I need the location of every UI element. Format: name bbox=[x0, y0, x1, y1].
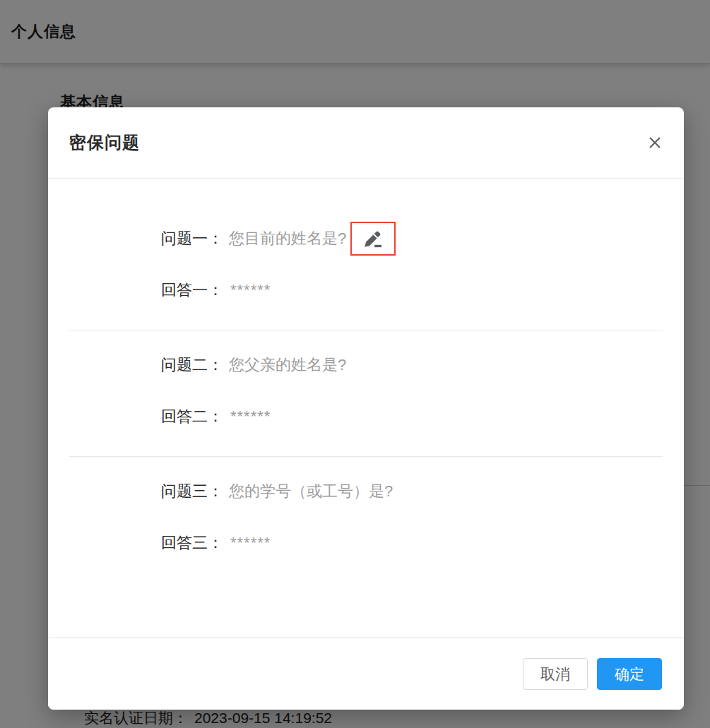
close-icon bbox=[646, 134, 663, 151]
edit-question-button[interactable] bbox=[350, 222, 396, 256]
answer-row: 回答一： ****** bbox=[161, 276, 663, 304]
question-row: 问题一： 您目前的姓名是? bbox=[161, 225, 663, 253]
answer-value: ****** bbox=[230, 407, 271, 426]
answer-label: 回答二： bbox=[161, 406, 223, 427]
answer-value: ****** bbox=[230, 281, 271, 299]
dialog-title: 密保问题 bbox=[69, 131, 140, 154]
answer-label: 回答三： bbox=[161, 532, 223, 554]
close-button[interactable] bbox=[641, 129, 669, 157]
pencil-edit-icon bbox=[362, 227, 384, 250]
question-text: 您目前的姓名是? bbox=[229, 228, 346, 249]
question-row: 问题三： 您的学号（或工号）是? bbox=[161, 477, 663, 506]
cancel-button[interactable]: 取消 bbox=[523, 658, 588, 690]
question-row: 问题二： 您父亲的姓名是? bbox=[161, 351, 663, 379]
question-label: 问题三： bbox=[161, 481, 223, 502]
security-question-section-2: 问题二： 您父亲的姓名是? 回答二： ****** bbox=[69, 330, 663, 457]
answer-label: 回答一： bbox=[161, 280, 223, 301]
dialog-footer: 取消 确定 bbox=[48, 637, 684, 710]
security-question-section-1: 问题一： 您目前的姓名是? 回答一： ****** bbox=[69, 204, 663, 330]
confirm-button[interactable]: 确定 bbox=[597, 658, 662, 690]
question-label: 问题二： bbox=[161, 354, 223, 376]
question-text: 您父亲的姓名是? bbox=[229, 354, 346, 376]
question-text: 您的学号（或工号）是? bbox=[229, 481, 393, 502]
security-question-section-3: 问题三： 您的学号（或工号）是? 回答三： ****** bbox=[69, 457, 663, 583]
answer-value: ****** bbox=[230, 534, 271, 552]
security-questions-dialog: 密保问题 问题一： 您目前的姓名是? bbox=[48, 107, 684, 710]
dialog-header: 密保问题 bbox=[48, 107, 684, 179]
question-label: 问题一： bbox=[161, 228, 223, 249]
answer-row: 回答三： ****** bbox=[161, 529, 663, 557]
dialog-body: 问题一： 您目前的姓名是? 回答一： ****** bbox=[48, 179, 684, 583]
answer-row: 回答二： ****** bbox=[161, 402, 663, 431]
